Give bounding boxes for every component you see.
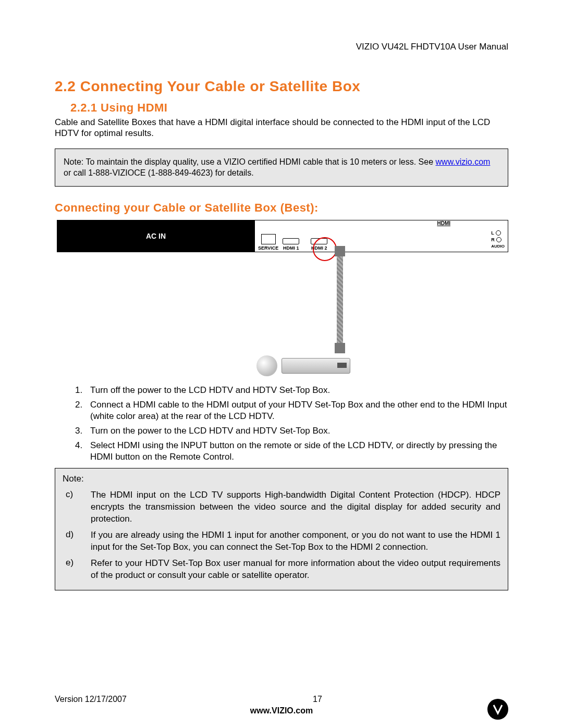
hdmi1-label: HDMI 1 [283, 245, 299, 251]
step-item: Connect a HDMI cable to the HDMI output … [85, 399, 508, 422]
tv-back-ac-label: AC IN [57, 220, 255, 252]
steps-list: Turn off the power to the LCD HDTV and H… [55, 385, 508, 463]
version-text: Version 12/17/2007 [55, 695, 127, 704]
note-text-post: or call 1-888-VIZIOCE (1-888-849-4623) f… [64, 168, 254, 177]
note-item-key: d) [63, 527, 91, 556]
audio-l-label: L [491, 230, 494, 236]
step-item: Select HDMI using the INPUT button on th… [85, 440, 508, 463]
note-text-pre: Note: To maintain the display quality, u… [64, 157, 436, 166]
receiver-box-icon [282, 358, 350, 374]
audio-label: AUDIO [491, 244, 505, 249]
note-item-text: If you are already using the HDMI 1 inpu… [91, 527, 500, 556]
intro-paragraph: Cable and Satellite Boxes that have a HD… [55, 117, 508, 139]
note-box-additional: Note: c) The HDMI input on the LCD TV su… [55, 468, 508, 590]
connection-diagram: AC IN HDMI SERVICE HDMI 1 HDMI 2 L [57, 220, 508, 376]
service-port: SERVICE [258, 234, 278, 251]
document-header: VIZIO VU42L FHDTV10A User Manual [55, 42, 508, 52]
audio-ports: L R AUDIO [491, 230, 505, 249]
vizio-logo-icon [487, 699, 508, 720]
service-label: SERVICE [258, 245, 278, 251]
audio-r-label: R [491, 237, 495, 242]
step-item: Turn on the power to the LCD HDTV and HD… [85, 425, 508, 437]
hdmi-cable-icon [337, 255, 343, 344]
page-number: 17 [127, 695, 508, 704]
section-heading: 2.2 Connecting Your Cable or Satellite B… [55, 78, 508, 95]
step-item: Turn off the power to the LCD HDTV and H… [85, 385, 508, 396]
footer-url: www.VIZIO.com [55, 706, 508, 715]
vizio-link[interactable]: www.vizio.com [436, 157, 491, 166]
page-footer: Version 12/17/2007 17 www.VIZIO.com [55, 695, 508, 704]
subsection-heading: 2.2.1 Using HDMI [70, 101, 508, 115]
satellite-dish-icon [256, 355, 277, 376]
note-box-hdmi-cable: Note: To maintain the display quality, u… [55, 149, 508, 187]
hdmi1-port: HDMI 1 [283, 233, 299, 251]
set-top-box-icon [215, 355, 350, 376]
connection-subheading: Connecting your Cable or Satellite Box (… [55, 201, 508, 215]
hdmi-group-label: HDMI [437, 220, 450, 226]
note-item-text: Refer to your HDTV Set-Top Box user manu… [91, 556, 500, 584]
note-item-key: e) [63, 556, 91, 584]
note-label: Note: [63, 474, 500, 484]
hdmi1-highlight-circle [313, 237, 337, 261]
note-item-key: c) [63, 487, 91, 527]
note-item-text: The HDMI input on the LCD TV supports Hi… [91, 487, 500, 527]
